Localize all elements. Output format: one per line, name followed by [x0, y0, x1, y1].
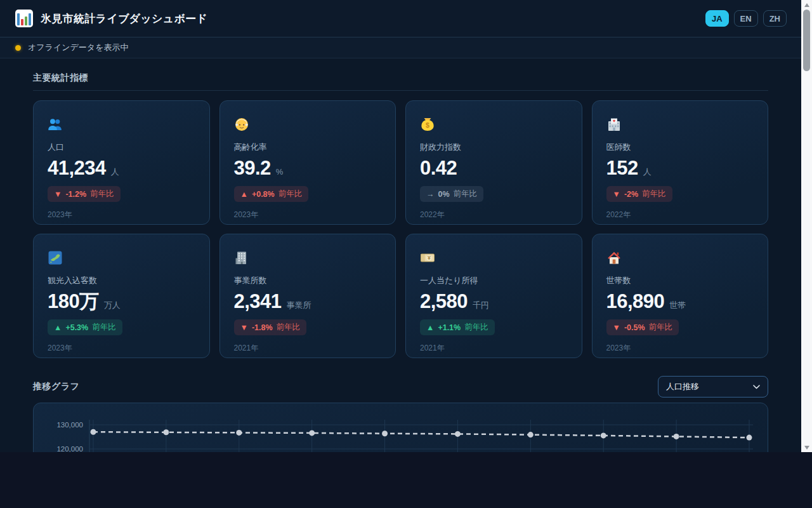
kpi-unit: 万人: [104, 300, 121, 311]
kpi-value: 41,234: [48, 158, 106, 178]
svg-text:$: $: [426, 121, 429, 129]
offline-status-bar: オフラインデータを表示中: [0, 37, 801, 58]
office-building-icon: [234, 250, 382, 265]
app-header: 氷見市統計ライブダッシュボード JA EN ZH: [0, 0, 801, 37]
trend-down-icon: ▼: [240, 323, 248, 332]
trend-up-icon: ▲: [54, 323, 62, 332]
hospital-icon: [606, 117, 754, 132]
language-switcher: JA EN ZH: [705, 10, 787, 27]
kpi-label: 世帯数: [606, 275, 754, 286]
yoy-badge: ▲ +5.3% 前年比: [48, 319, 122, 335]
yoy-change-label: 前年比: [90, 189, 114, 199]
trend-down-icon: ▼: [613, 190, 620, 199]
kpi-year: 2022年: [420, 210, 568, 220]
kpi-label: 財政力指数: [420, 142, 568, 153]
page-title: 氷見市統計ライブダッシュボード: [41, 11, 207, 26]
kpi-card-tourists: 観光入込客数 180万 万人 ▲ +5.3% 前年比 2023年: [33, 234, 210, 358]
kpi-card-doctors: 医師数 152 人 ▼ -2% 前年比 2022年: [592, 100, 769, 225]
kpi-card-businesses: 事業所数 2,341 事業所 ▼ -1.8% 前年比 2021年: [219, 234, 396, 358]
lang-en-button[interactable]: EN: [734, 10, 758, 27]
people-icon: [48, 117, 195, 132]
kpi-unit: 人: [643, 166, 652, 178]
trend-metric-selected-value: 人口推移: [666, 381, 699, 392]
kpi-unit: 千円: [473, 300, 489, 311]
screen: 氷見市統計ライブダッシュボード JA EN ZH オフラインデータを表示中 主要…: [0, 0, 812, 508]
kpi-value: 2,580: [420, 291, 468, 311]
scroll-down-button[interactable]: [801, 443, 812, 452]
yoy-change-value: +0.8%: [252, 190, 275, 199]
lang-ja-button[interactable]: JA: [705, 10, 729, 27]
kpi-card-income: ¥ 一人当たり所得 2,580 千円 ▲ +1.1%: [405, 234, 582, 358]
svg-text:¥: ¥: [428, 255, 431, 261]
kpi-card-population: 人口 41,234 人 ▼ -1.2% 前年比 2023年: [33, 100, 210, 225]
kpi-label: 人口: [48, 142, 195, 153]
app-brand: 氷見市統計ライブダッシュボード: [15, 10, 207, 27]
bar-chart-icon: [15, 10, 33, 27]
yoy-change-label: 前年比: [454, 189, 478, 199]
trend-flat-icon: →: [426, 190, 435, 199]
vertical-scrollbar[interactable]: [801, 0, 812, 452]
arrow-down-icon: [804, 446, 809, 450]
trend-down-icon: ▼: [54, 190, 62, 199]
yoy-change-label: 前年比: [649, 322, 673, 333]
kpi-unit: %: [276, 167, 284, 177]
kpi-year: 2021年: [234, 343, 382, 354]
desktop-background: [0, 452, 812, 508]
yoy-badge: ▼ -2% 前年比: [606, 186, 672, 202]
kpi-label: 事業所数: [234, 275, 382, 286]
yoy-change-value: -1.2%: [65, 190, 86, 199]
kpi-card-fiscal-index: $ 財政力指数 0.42 → 0% 前年比: [405, 100, 582, 225]
japan-map-icon: [48, 250, 195, 265]
yoy-badge: ▼ -1.2% 前年比: [48, 186, 121, 202]
kpi-cards-grid: 人口 41,234 人 ▼ -1.2% 前年比 2023年: [33, 100, 768, 358]
yoy-badge: ▲ +0.8% 前年比: [234, 186, 309, 202]
kpi-year: 2022年: [606, 210, 754, 220]
chevron-down-icon: [753, 385, 760, 389]
yoy-change-value: -2%: [624, 190, 638, 199]
trend-up-icon: ▲: [240, 190, 248, 199]
arrow-up-icon: [804, 3, 809, 7]
trend-up-icon: ▲: [426, 323, 434, 332]
kpi-value: 0.42: [420, 158, 457, 178]
lang-zh-button[interactable]: ZH: [763, 10, 787, 27]
trend-down-icon: ▼: [613, 323, 620, 332]
kpi-unit: 世帯: [669, 300, 686, 311]
yoy-change-label: 前年比: [642, 189, 666, 199]
yoy-badge: → 0% 前年比: [420, 186, 483, 202]
yoy-badge: ▼ -1.8% 前年比: [234, 319, 307, 335]
yoy-badge: ▲ +1.1% 前年比: [420, 319, 495, 335]
money-bag-icon: $: [420, 117, 568, 132]
trend-metric-select[interactable]: 人口推移: [658, 376, 768, 398]
yoy-badge: ▼ -0.5% 前年比: [606, 319, 679, 335]
kpi-value: 180万: [48, 291, 99, 311]
trend-chart-section: 推移グラフ 人口推移 130,000120,000: [33, 376, 768, 452]
yoy-change-label: 前年比: [277, 322, 301, 333]
yoy-change-label: 前年比: [464, 322, 488, 333]
kpi-unit: 人: [111, 166, 119, 178]
offline-status-text: オフラインデータを表示中: [28, 42, 128, 53]
trend-chart-card: 130,000120,000: [33, 403, 768, 452]
yoy-change-value: +1.1%: [438, 323, 461, 332]
scrollbar-thumb[interactable]: [803, 10, 810, 71]
kpi-section: 主要統計指標 人口: [33, 58, 768, 358]
svg-text:120,000: 120,000: [56, 445, 83, 452]
kpi-section-title: 主要統計指標: [33, 58, 768, 84]
kpi-unit: 事業所: [287, 300, 311, 311]
kpi-label: 観光入込客数: [48, 275, 195, 286]
yoy-change-value: +5.3%: [65, 323, 88, 332]
kpi-value: 39.2: [234, 158, 271, 178]
kpi-year: 2023年: [606, 343, 754, 354]
svg-text:130,000: 130,000: [56, 421, 83, 429]
scroll-up-button[interactable]: [801, 0, 812, 10]
dashboard-page: 氷見市統計ライブダッシュボード JA EN ZH オフラインデータを表示中 主要…: [0, 0, 812, 452]
main-content: 主要統計指標 人口: [0, 58, 801, 452]
yoy-change-value: -0.5%: [624, 323, 645, 332]
yoy-change-label: 前年比: [278, 189, 303, 199]
kpi-value: 16,890: [606, 291, 665, 311]
kpi-year: 2023年: [234, 210, 382, 220]
section-divider: [33, 90, 768, 91]
kpi-value: 152: [606, 158, 638, 178]
kpi-year: 2021年: [420, 343, 568, 354]
kpi-value: 2,341: [234, 291, 282, 311]
kpi-card-households: 世帯数 16,890 世帯 ▼ -0.5% 前年比 2023年: [592, 234, 769, 358]
